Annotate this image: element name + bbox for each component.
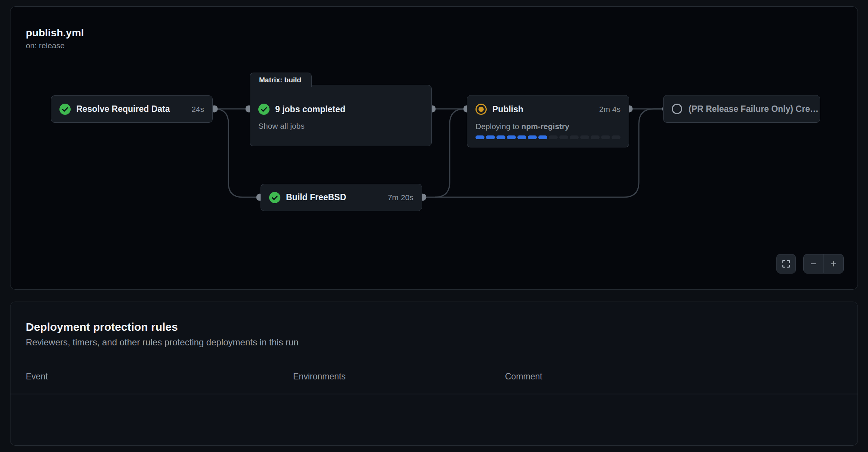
progress-segment [507,135,516,139]
zoom-out-icon: − [810,258,816,270]
progress-segment [559,135,568,139]
workflow-title: publish.yml [26,26,858,40]
success-check-icon [258,104,270,115]
success-check-icon [59,104,71,115]
job-node-build-freebsd[interactable]: Build FreeBSD 7m 20s [261,184,422,211]
workflow-graph-panel: publish.yml on: release Resolve Required… [10,6,858,290]
progress-segment [570,135,579,139]
workflow-trigger: on: release [26,40,858,51]
rules-subtitle: Reviewers, timers, and other rules prote… [26,336,858,348]
pending-circle-icon [672,104,682,114]
column-header-event: Event [26,372,48,382]
fullscreen-icon [782,259,791,268]
job-duration: 7m 20s [388,193,413,202]
rules-header: Deployment protection rules Reviewers, t… [10,302,858,348]
deploy-status-text: Deploying to npm-registry [475,122,621,131]
job-duration: 24s [191,105,204,114]
progress-segment [591,135,600,139]
progress-segment [549,135,558,139]
matrix-group: Matrix: build 9 jobs completed Show all … [250,73,432,146]
progress-segment [475,135,484,139]
table-row: FrozenPandaz approved 2 minutes ago npm-… [10,394,858,446]
fullscreen-button[interactable] [776,254,796,274]
deploy-prefix: Deploying to [475,122,521,131]
progress-segment [580,135,589,139]
matrix-tab-label: Matrix: build [259,76,301,84]
job-node-publish[interactable]: Publish 2m 4s Deploying to npm-registry [467,95,629,147]
progress-segment [601,135,610,139]
zoom-control-group: − + [803,254,844,274]
progress-segment [528,135,537,139]
in-progress-icon [475,104,487,115]
zoom-out-button[interactable]: − [804,254,824,273]
deploy-target: npm-registry [521,122,569,131]
zoom-in-button[interactable]: + [824,254,844,273]
progress-segment [538,135,547,139]
deployment-protection-panel: Deployment protection rules Reviewers, t… [10,302,858,446]
matrix-tab: Matrix: build [250,73,312,87]
job-label: (PR Release Failure Only) Cre… [689,104,819,114]
job-label: Publish [492,104,523,114]
job-label: Resolve Required Data [76,104,170,114]
success-check-icon [269,192,280,203]
progress-segment [517,135,526,139]
job-label: Build FreeBSD [286,192,346,202]
job-duration: 2m 4s [599,105,621,114]
progress-segment [612,135,621,139]
job-node-resolve-required-data[interactable]: Resolve Required Data 24s [51,95,213,123]
job-label: 9 jobs completed [275,104,345,114]
show-all-jobs-link[interactable]: Show all jobs [258,121,305,131]
workflow-header: publish.yml on: release [10,7,858,51]
deploy-progress [475,135,621,139]
job-node-matrix-build[interactable]: 9 jobs completed Show all jobs [250,85,432,146]
progress-segment [496,135,505,139]
progress-segment [486,135,495,139]
column-header-comment: Comment [505,372,542,382]
zoom-in-icon: + [831,258,837,270]
rules-title: Deployment protection rules [26,320,858,334]
job-node-pr-release-failure[interactable]: (PR Release Failure Only) Cre… [663,95,820,123]
column-header-environments: Environments [293,372,346,382]
